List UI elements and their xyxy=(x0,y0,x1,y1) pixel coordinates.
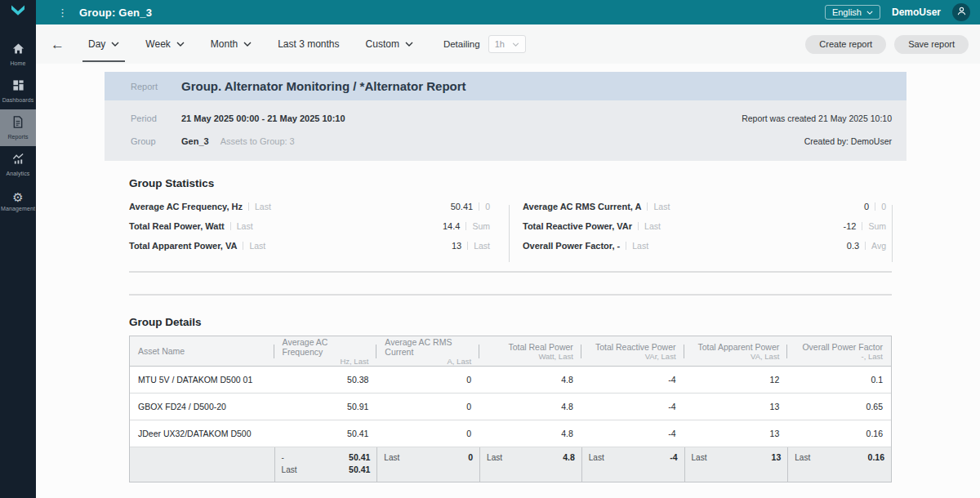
stat-value-agg: Sum xyxy=(472,221,490,231)
group-row: Group Gen_3 Assets to Group: 3 Created b… xyxy=(131,130,892,153)
stat-label: Overall Power Factor, - xyxy=(523,241,620,251)
sidebar-item-label: Analytics xyxy=(7,171,30,176)
home-icon xyxy=(12,42,24,58)
sidebar-item-analytics[interactable]: Analytics xyxy=(0,146,36,183)
stat-row: Average AC Frequency, HzLast 50.410 xyxy=(129,197,490,216)
value-cell: -4 xyxy=(581,402,684,411)
stat-value: 0.3 xyxy=(847,241,859,251)
asset-name-cell: MTU 5V / DATAKOM D500 01 xyxy=(130,375,274,385)
column-header-apparent-power: Total Apparent PowerVA, Last xyxy=(684,336,788,366)
summary-empty-cell xyxy=(130,447,274,482)
stat-row: Total Apparent Power, VALast 13Last xyxy=(129,236,490,256)
analytics-icon xyxy=(12,153,24,168)
detailing-group: Detailing 1h xyxy=(443,35,526,53)
stat-label: Average AC Frequency, Hz xyxy=(129,202,243,211)
range-label: Custom xyxy=(366,38,399,50)
sidebar-item-label: Dashboards xyxy=(2,97,34,103)
range-tab-day[interactable]: Day xyxy=(82,26,125,62)
sidebar-item-management[interactable]: ⚙ Management xyxy=(0,183,36,220)
range-tab-month[interactable]: Month xyxy=(205,26,257,62)
stat-value-agg: 0 xyxy=(485,202,490,211)
range-tab-custom[interactable]: Custom xyxy=(360,26,419,62)
report-label: Report xyxy=(131,82,181,91)
table-row: MTU 5V / DATAKOM D500 01 50.38 0 4.8 -4 … xyxy=(130,367,891,394)
chevron-down-icon xyxy=(111,42,119,47)
sidebar-item-label: Home xyxy=(10,60,25,66)
language-select[interactable]: English xyxy=(825,5,880,20)
group-statistics-section: Group Statistics Average AC Frequency, H… xyxy=(129,177,892,256)
stat-label: Total Reactive Power, VAr xyxy=(523,221,632,231)
assets-count-text: Assets to Group: 3 xyxy=(220,136,295,146)
table-row: JDeer UX32/DATAKOM D500 50.41 0 4.8 -4 1… xyxy=(130,420,891,447)
value-cell: 13 xyxy=(684,402,788,411)
chevron-down-icon xyxy=(243,42,252,47)
back-button[interactable]: ← xyxy=(51,38,65,51)
gear-icon: ⚙ xyxy=(12,191,23,203)
sidebar-item-home[interactable]: Home xyxy=(0,36,36,73)
app-logo[interactable] xyxy=(0,0,36,24)
value-cell: 0 xyxy=(376,402,479,411)
main-area: ← Day Week Month Last 3 months Custom D xyxy=(36,24,980,498)
report-title: Group. Alternator Monitoring / *Alternat… xyxy=(181,79,466,93)
language-label: English xyxy=(832,7,862,17)
stats-right-column: Average AC RMS Current, ALast 00 Total R… xyxy=(523,197,886,256)
range-label: Day xyxy=(88,38,105,50)
menu-dots-icon[interactable]: ⋮ xyxy=(57,7,68,18)
column-header-reactive-power: Total Reactive PowerVAr, Last xyxy=(581,336,684,366)
table-header-row: Asset Name Average AC FrequencyHz, Last … xyxy=(130,336,891,367)
value-cell: -4 xyxy=(581,375,684,385)
stat-value-agg: Avg xyxy=(871,241,886,251)
stats-right-divider xyxy=(892,205,893,262)
column-header-real-power: Total Real PowerWatt, Last xyxy=(479,336,581,366)
chevron-down-icon xyxy=(866,11,873,15)
stat-value-agg: 0 xyxy=(881,202,886,211)
column-header-frequency: Average AC FrequencyHz, Last xyxy=(274,336,377,366)
dashboards-icon xyxy=(12,79,24,95)
asset-name-cell: JDeer UX32/DATAKOM D500 xyxy=(130,429,274,438)
group-statistics-title: Group Statistics xyxy=(129,177,892,189)
stat-label: Total Real Power, Watt xyxy=(129,221,225,231)
value-cell: 0.1 xyxy=(787,375,891,385)
sidebar-item-reports[interactable]: Reports xyxy=(0,109,36,146)
chevron-down-icon xyxy=(512,42,519,47)
value-cell: 50.38 xyxy=(274,375,377,385)
column-header-power-factor: Overall Power Factor-, Last xyxy=(787,336,891,366)
group-value: Gen_3 xyxy=(181,136,209,146)
group-label: Group xyxy=(131,136,181,146)
report-toolbar: ← Day Week Month Last 3 months Custom D xyxy=(36,24,980,64)
stat-row: Average AC RMS Current, ALast 00 xyxy=(523,197,886,216)
value-cell: 0.65 xyxy=(787,402,891,411)
value-cell: 13 xyxy=(684,429,788,438)
stat-row: Overall Power Factor, -Last 0.3Avg xyxy=(523,236,886,256)
stat-agg: Last xyxy=(237,221,253,231)
stat-row: Total Reactive Power, VArLast -12Sum xyxy=(523,216,886,236)
value-cell: -4 xyxy=(581,429,684,438)
detailing-value: 1h xyxy=(495,39,505,49)
summary-cell: Last-4 xyxy=(581,447,684,482)
sidebar-nav: Home Dashboards Reports Analytics ⚙ Mana… xyxy=(0,24,36,498)
user-avatar[interactable] xyxy=(952,3,970,21)
stat-label: Average AC RMS Current, A xyxy=(523,202,641,211)
column-header-asset-name: Asset Name xyxy=(130,336,274,366)
group-details-title: Group Details xyxy=(129,316,892,328)
create-report-button[interactable]: Create report xyxy=(805,35,886,54)
sidebar-item-label: Reports xyxy=(7,134,28,140)
period-label: Period xyxy=(131,113,181,123)
range-label: Month xyxy=(211,38,238,50)
value-cell: 0 xyxy=(376,375,479,385)
range-tab-week[interactable]: Week xyxy=(140,26,189,62)
section-divider xyxy=(129,294,892,296)
stat-value-agg: Last xyxy=(474,241,490,251)
created-by-text: Created by: DemoUser xyxy=(804,136,892,146)
range-tab-last3months[interactable]: Last 3 months xyxy=(272,26,345,62)
detailing-select[interactable]: 1h xyxy=(488,35,526,53)
sidebar-item-dashboards[interactable]: Dashboards xyxy=(0,73,36,109)
summary-frequency-cell: -50.41 Last50.41 xyxy=(274,447,377,482)
stat-value: -12 xyxy=(844,221,857,231)
save-report-button[interactable]: Save report xyxy=(894,35,969,54)
chevron-logo-icon xyxy=(9,4,27,20)
username-label: DemoUser xyxy=(892,7,941,18)
stat-agg: Last xyxy=(632,241,648,251)
chevron-down-icon xyxy=(176,42,185,47)
stat-value-agg: Sum xyxy=(868,221,886,231)
